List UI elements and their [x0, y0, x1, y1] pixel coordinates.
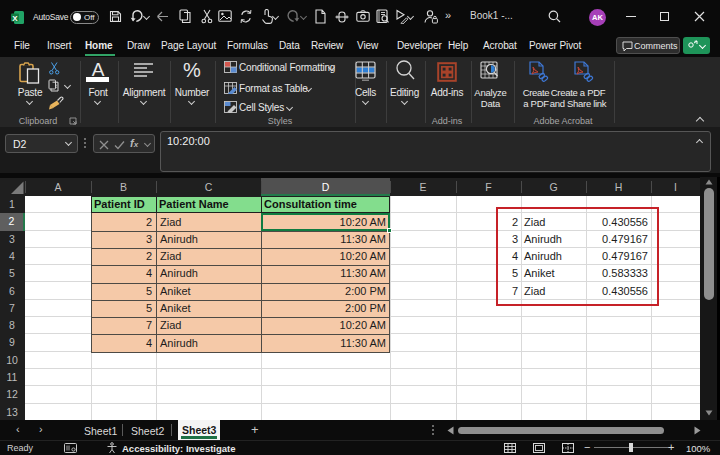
svg-text:X: X: [12, 14, 18, 23]
